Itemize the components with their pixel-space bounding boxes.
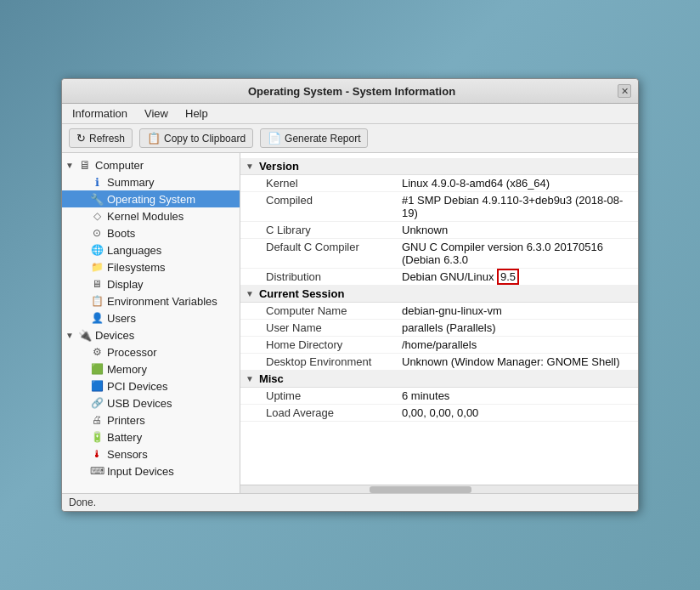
sidebar-languages-label: Languages: [107, 244, 161, 257]
expand-arrow-devices: ▼: [65, 331, 77, 340]
pci-icon: 🟦: [89, 379, 104, 393]
copy-label: Copy to Clipboard: [164, 133, 246, 145]
horizontal-scrollbar[interactable]: [240, 485, 638, 493]
menu-help[interactable]: Help: [182, 106, 212, 121]
label-home-dir: Home Directory: [266, 338, 402, 351]
processor-icon: ⚙: [89, 345, 104, 359]
titlebar: Operating System - System Information ✕: [62, 79, 638, 104]
sidebar-printers-label: Printers: [107, 414, 145, 427]
sidebar-os-label: Operating System: [107, 193, 195, 206]
toolbar: ↻ Refresh 📋 Copy to Clipboard 📄 Generate…: [62, 124, 638, 153]
filesystems-icon: 📁: [89, 260, 104, 274]
content-area: ▼ Version Kernel Linux 4.9.0-8-amd64 (x8…: [240, 153, 638, 485]
label-user-name: User Name: [266, 321, 402, 334]
sidebar-display-label: Display: [107, 278, 144, 291]
report-label: Generate Report: [285, 133, 360, 145]
sidebar-item-kernel[interactable]: ◇ Kernel Modules: [62, 207, 240, 224]
status-text: Done.: [69, 496, 96, 508]
label-computer-name: Computer Name: [266, 304, 402, 317]
sidebar-battery-label: Battery: [107, 431, 142, 444]
sidebar-item-users[interactable]: 👤 Users: [62, 309, 240, 326]
kernel-icon: ◇: [89, 209, 104, 223]
sidebar-item-usb[interactable]: 🔗 USB Devices: [62, 394, 240, 411]
copy-icon: 📋: [147, 132, 161, 145]
row-load-average: Load Average 0,00, 0,00, 0,00: [240, 405, 638, 422]
boots-icon: ⊙: [89, 226, 104, 240]
sidebar-item-memory[interactable]: 🟩 Memory: [62, 360, 240, 377]
menu-information[interactable]: Information: [69, 106, 131, 121]
value-distribution: Debian GNU/Linux 9.5: [402, 270, 631, 283]
sidebar-item-battery[interactable]: 🔋 Battery: [62, 428, 240, 445]
sidebar-item-summary[interactable]: ℹ Summary: [62, 173, 240, 190]
sidebar-users-label: Users: [107, 312, 136, 325]
sidebar-kernel-label: Kernel Modules: [107, 210, 183, 223]
sidebar-pci-label: PCI Devices: [107, 380, 168, 393]
scrollbar-thumb[interactable]: [370, 486, 471, 493]
computer-icon: 🖥: [77, 158, 93, 172]
label-load-average: Load Average: [266, 406, 402, 419]
memory-icon: 🟩: [89, 362, 104, 376]
sidebar: ▼ 🖥 Computer ℹ Summary 🔧 Operating Syste…: [62, 153, 240, 493]
misc-expand-arrow: ▼: [246, 374, 254, 383]
devices-icon: 🔌: [77, 328, 93, 342]
sidebar-item-sensors[interactable]: 🌡 Sensors: [62, 445, 240, 462]
sidebar-item-filesystems[interactable]: 📁 Filesystems: [62, 258, 240, 275]
row-desktop-env: Desktop Environment Unknown (Window Mana…: [240, 354, 638, 371]
sidebar-item-computer[interactable]: ▼ 🖥 Computer: [62, 156, 240, 173]
row-compiled: Compiled #1 SMP Debian 4.9.110-3+deb9u3 …: [240, 192, 638, 222]
current-session-section-header: ▼ Current Session: [240, 286, 638, 303]
close-button[interactable]: ✕: [618, 84, 631, 98]
users-icon: 👤: [89, 311, 104, 325]
display-icon: 🖥: [89, 277, 104, 291]
copy-button[interactable]: 📋 Copy to Clipboard: [139, 128, 253, 148]
sidebar-filesystems-label: Filesystems: [107, 261, 166, 274]
main-window: Operating System - System Information ✕ …: [61, 78, 639, 512]
sidebar-processor-label: Processor: [107, 346, 157, 359]
sidebar-summary-label: Summary: [107, 176, 155, 189]
label-uptime: Uptime: [266, 389, 402, 402]
sidebar-item-boots[interactable]: ⊙ Boots: [62, 224, 240, 241]
value-compiled: #1 SMP Debian 4.9.110-3+deb9u3 (2018-08-…: [402, 194, 631, 219]
sidebar-item-pci[interactable]: 🟦 PCI Devices: [62, 377, 240, 394]
printers-icon: 🖨: [89, 413, 104, 427]
sidebar-item-env[interactable]: 📋 Environment Variables: [62, 292, 240, 309]
row-user-name: User Name parallels (Parallels): [240, 320, 638, 337]
sidebar-item-display[interactable]: 🖥 Display: [62, 275, 240, 292]
menu-view[interactable]: View: [141, 106, 172, 121]
value-compiler: GNU C Compiler version 6.3.0 20170516 (D…: [402, 241, 631, 266]
sidebar-item-languages[interactable]: 🌐 Languages: [62, 241, 240, 258]
sidebar-boots-label: Boots: [107, 227, 135, 240]
label-compiler: Default C Compiler: [266, 241, 402, 253]
version-expand-arrow: ▼: [246, 162, 254, 171]
os-icon: 🔧: [89, 192, 104, 206]
value-kernel: Linux 4.9.0-8-amd64 (x86_64): [402, 177, 631, 190]
label-clibrary: C Library: [266, 224, 402, 236]
sidebar-item-input[interactable]: ⌨ Input Devices: [62, 462, 240, 479]
distrib-version: 9.5: [497, 269, 519, 285]
usb-icon: 🔗: [89, 396, 104, 410]
sidebar-item-processor[interactable]: ⚙ Processor: [62, 343, 240, 360]
row-distribution: Distribution Debian GNU/Linux 9.5: [240, 269, 638, 286]
sidebar-item-printers[interactable]: 🖨 Printers: [62, 411, 240, 428]
refresh-icon: ↻: [76, 132, 86, 145]
label-kernel: Kernel: [266, 177, 402, 190]
sidebar-item-os[interactable]: 🔧 Operating System: [62, 190, 240, 207]
report-button[interactable]: 📄 Generate Report: [260, 128, 368, 148]
sidebar-item-devices[interactable]: ▼ 🔌 Devices: [62, 326, 240, 343]
value-computer-name: debian-gnu-linux-vm: [402, 304, 631, 317]
refresh-label: Refresh: [89, 133, 125, 145]
refresh-button[interactable]: ↻ Refresh: [69, 128, 133, 148]
env-icon: 📋: [89, 294, 104, 308]
row-computer-name: Computer Name debian-gnu-linux-vm: [240, 303, 638, 320]
value-desktop-env: Unknown (Window Manager: GNOME Shell): [402, 355, 631, 368]
menubar: Information View Help: [62, 104, 638, 124]
version-section-label: Version: [259, 160, 299, 173]
sidebar-devices-label: Devices: [95, 329, 134, 342]
row-compiler: Default C Compiler GNU C Compiler versio…: [240, 239, 638, 269]
window-title: Operating System - System Information: [86, 85, 618, 98]
row-clibrary: C Library Unknown: [240, 222, 638, 239]
row-kernel: Kernel Linux 4.9.0-8-amd64 (x86_64): [240, 175, 638, 192]
report-icon: 📄: [268, 132, 281, 145]
value-load-average: 0,00, 0,00, 0,00: [402, 406, 631, 419]
sidebar-input-label: Input Devices: [107, 465, 174, 478]
